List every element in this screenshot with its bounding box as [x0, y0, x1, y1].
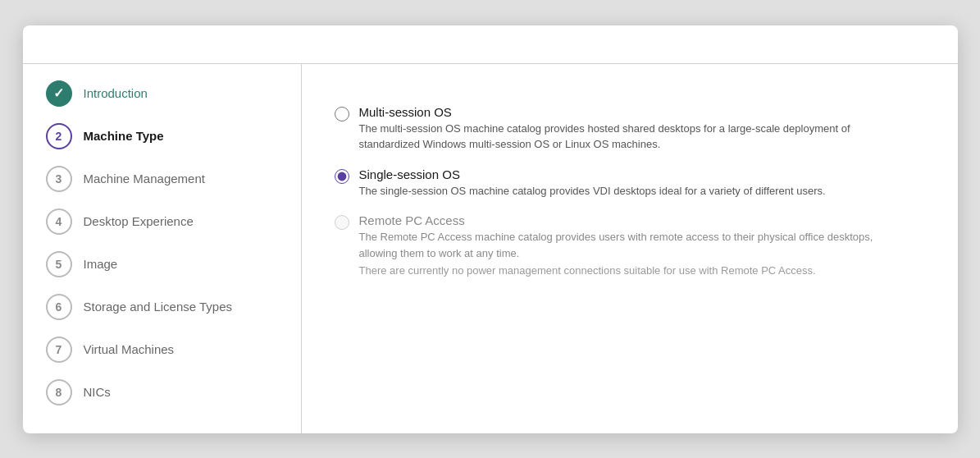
option-label-single-session: Single-session OS: [359, 167, 826, 181]
checkmark-icon: ✓: [53, 85, 64, 101]
step-number: 8: [56, 386, 62, 399]
sidebar-label-4: Desktop Experience: [84, 214, 194, 228]
step-number: 4: [56, 215, 62, 228]
machine-catalog-dialog: ✓Introduction2Machine Type3Machine Manag…: [23, 25, 958, 433]
option-content-multi-session: Multi-session OSThe multi-session OS mac…: [359, 105, 884, 153]
sidebar-item-7[interactable]: 7Virtual Machines: [23, 328, 301, 371]
option-item-multi-session: Multi-session OSThe multi-session OS mac…: [335, 105, 925, 153]
sidebar-label-3: Machine Management: [84, 172, 205, 185]
radio-single-session[interactable]: [335, 169, 349, 184]
sidebar-item-4[interactable]: 4Desktop Experience: [23, 200, 301, 243]
sidebar-label-1: Introduction: [84, 86, 148, 100]
step-number: 6: [56, 300, 62, 314]
sidebar-label-5: Image: [84, 257, 118, 271]
sidebar-item-8[interactable]: 8NICs: [23, 371, 301, 414]
option-item-remote-pc: Remote PC AccessThe Remote PC Access mac…: [335, 213, 925, 279]
step-number: 2: [56, 130, 62, 143]
option-content-remote-pc: Remote PC AccessThe Remote PC Access mac…: [359, 213, 884, 279]
step-number: 7: [56, 343, 62, 356]
step-number: 5: [56, 258, 62, 271]
main-content: Multi-session OSThe multi-session OS mac…: [302, 64, 958, 433]
sidebar-label-6: Storage and License Types: [84, 300, 233, 314]
dialog-header: [23, 25, 958, 63]
radio-multi-session[interactable]: [335, 107, 349, 121]
sidebar-label-7: Virtual Machines: [84, 342, 175, 356]
radio-remote-pc: [335, 215, 349, 230]
sidebar-item-2[interactable]: 2Machine Type: [23, 115, 301, 158]
option-item-single-session: Single-session OSThe single-session OS m…: [335, 167, 925, 199]
sidebar-item-1[interactable]: ✓Introduction: [23, 72, 301, 115]
machine-type-options: Multi-session OSThe multi-session OS mac…: [335, 105, 925, 279]
sidebar-item-6[interactable]: 6Storage and License Types: [23, 286, 301, 328]
dialog-body: ✓Introduction2Machine Type3Machine Manag…: [23, 64, 958, 433]
sidebar-label-2: Machine Type: [84, 129, 164, 143]
option-desc-multi-session: The multi-session OS machine catalog pro…: [359, 121, 884, 153]
option-desc-single-session: The single-session OS machine catalog pr…: [359, 183, 826, 199]
radio-wrap-remote-pc[interactable]: [335, 215, 349, 233]
option-label-multi-session: Multi-session OS: [359, 105, 884, 119]
radio-wrap-multi-session[interactable]: [335, 107, 349, 125]
sidebar-item-3[interactable]: 3Machine Management: [23, 158, 301, 200]
sidebar-item-5[interactable]: 5Image: [23, 243, 301, 286]
option-content-single-session: Single-session OSThe single-session OS m…: [359, 167, 826, 199]
sidebar: ✓Introduction2Machine Type3Machine Manag…: [23, 64, 302, 433]
step-number: 3: [56, 172, 62, 185]
sidebar-label-8: NICs: [84, 385, 111, 399]
option-desc-remote-pc: The Remote PC Access machine catalog pro…: [359, 229, 884, 261]
option-label-remote-pc: Remote PC Access: [359, 213, 884, 227]
radio-wrap-single-session[interactable]: [335, 169, 349, 187]
close-button[interactable]: [918, 44, 932, 50]
option-warning-remote-pc: There are currently no power management …: [359, 263, 835, 279]
